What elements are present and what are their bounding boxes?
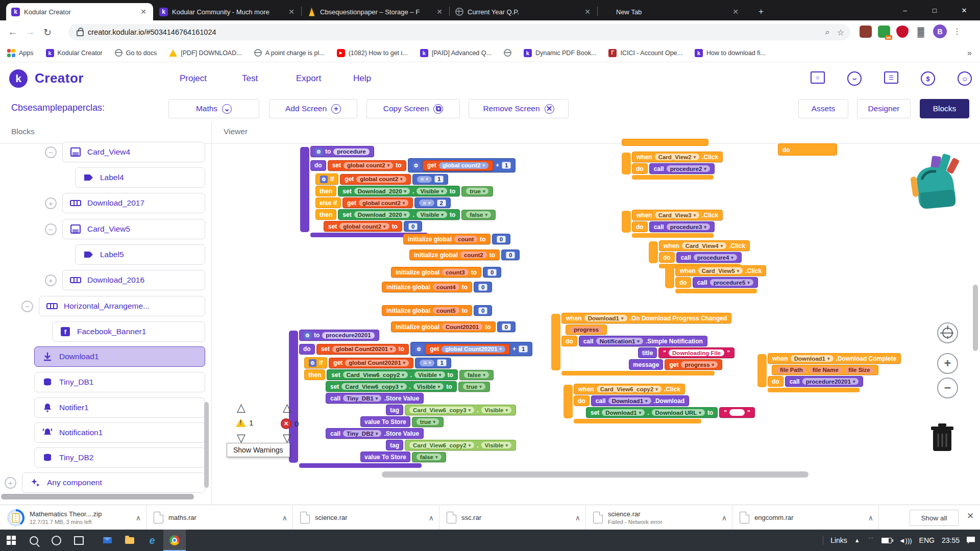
dropdown-field[interactable]: Card_View6_copy2: [409, 442, 474, 448]
feedback-smiley-icon[interactable]: ⌣: [847, 71, 863, 85]
reload-icon[interactable]: ↻: [39, 27, 56, 38]
block-chip-ev[interactable]: whenCard_View5.Click: [675, 265, 766, 276]
mail-app-icon[interactable]: [96, 530, 118, 551]
collapse-icon[interactable]: −: [45, 223, 57, 235]
number-field[interactable]: 0: [497, 236, 506, 243]
tree-vertical-scrollbar[interactable]: [204, 402, 209, 488]
block-chip-vr[interactable]: setglobal count2to: [324, 221, 402, 232]
wifi-icon[interactable]: [867, 538, 874, 543]
tree-item-tiny-db2[interactable]: Tiny_DB2: [34, 447, 205, 468]
dropdown-field[interactable]: Card_View5: [698, 267, 743, 274]
number-field[interactable]: 0: [478, 284, 487, 291]
block-chip-init[interactable]: initialize globalcount5to: [382, 305, 472, 316]
dropdown-field[interactable]: Download URL: [652, 409, 705, 416]
earnings-icon[interactable]: $: [921, 71, 936, 85]
block-chip-ev[interactable]: file Pathfile Namefile Size: [772, 365, 878, 375]
kodular-logo-icon[interactable]: k: [9, 69, 28, 88]
dropdown-field[interactable]: Tiny_DB2: [343, 430, 381, 437]
block-chip-ev[interactable]: whenCard_View4.Click: [659, 240, 750, 251]
viewer-vertical-scrollbar[interactable]: [973, 285, 978, 351]
block-cluster-when-download-complete[interactable]: whenDownload1.Download Completefile Path…: [757, 352, 901, 392]
block-chip-tf[interactable]: true: [412, 417, 444, 427]
extension-on-icon[interactable]: on: [878, 26, 890, 38]
screen-selector-button[interactable]: Maths⌄: [168, 99, 259, 118]
value-field[interactable]: file Name: [809, 367, 842, 373]
block-cluster-procedure20201[interactable]: ⚙toprocedure20201dosetglobal Count20201t…: [289, 329, 532, 468]
cortana-icon[interactable]: [45, 530, 67, 551]
blocks-button[interactable]: Blocks: [920, 99, 969, 118]
download-menu-chevron-icon[interactable]: ∧: [282, 514, 287, 522]
value-field[interactable]: count2: [460, 252, 487, 258]
block-cluster-when-card-view6-copy2-click[interactable]: whenCard_View6_copy2.ClickdocallDownload…: [564, 383, 755, 423]
block-chip-vr[interactable]: getprogress: [665, 359, 722, 370]
block-chip-cg[interactable]: Card_View6_copy3.Visible: [405, 405, 516, 415]
block-chip-vr[interactable]: getglobal count2: [423, 160, 493, 171]
dropdown-field[interactable]: =: [419, 199, 434, 206]
number-field[interactable]: 0: [487, 269, 497, 276]
block-chip-ev[interactable]: whenCard_View6_copy2.Click: [574, 384, 685, 394]
tree-item-label4[interactable]: Label4: [75, 167, 205, 188]
task-view-icon[interactable]: [67, 530, 90, 551]
block-chip-pr[interactable]: callTiny_DB2.Store Value: [326, 428, 424, 439]
forward-icon[interactable]: →: [21, 27, 39, 38]
bookmark-item[interactable]: ▶(1082) How to get i...: [337, 49, 408, 57]
block-chip-cg[interactable]: Card_View6_copy2.Visible: [405, 440, 516, 450]
block-chip-vr[interactable]: setglobal Count20201to: [316, 344, 409, 355]
tree-item-any-component[interactable]: Any component: [22, 472, 205, 493]
block-chip-cs[interactable]: setCard_View6_copy3.Visibleto: [326, 381, 457, 392]
block-partial[interactable]: [622, 139, 708, 146]
block-chip-tf[interactable]: true: [461, 186, 493, 196]
tree-item-card-view4[interactable]: Card_View4: [62, 142, 205, 162]
menu-test[interactable]: Test: [242, 73, 258, 84]
dropdown-field[interactable]: procedure20201: [802, 378, 859, 385]
block-chip-pr[interactable]: callprocedure4: [676, 252, 742, 263]
dropdown-field[interactable]: false: [464, 371, 489, 378]
dropdown-field[interactable]: true: [463, 383, 485, 390]
downloads-close-icon[interactable]: ✕: [967, 511, 974, 521]
browser-tab[interactable]: kKodular Creator✕: [6, 3, 153, 20]
show-all-button[interactable]: Show all: [910, 510, 959, 526]
tree-item-horizontal-arrangeme-[interactable]: Horizontal_Arrangeme...: [39, 296, 205, 316]
block-chip-tx[interactable]: "Downloading File": [658, 347, 734, 358]
block-chip-pr[interactable]: callprocedure20201: [785, 376, 864, 387]
tree-item-tiny-db1[interactable]: Tiny_DB1: [34, 372, 205, 392]
tree-item-notifier1[interactable]: Notifier1: [34, 397, 205, 418]
dropdown-field[interactable]: Card_View6_copy2: [597, 386, 662, 392]
tab-close-icon[interactable]: ✕: [583, 8, 592, 16]
dropdown-field[interactable]: global count2: [439, 162, 488, 169]
block-chip-pr[interactable]: callNotification1.Simple Notification: [579, 336, 707, 346]
download-item[interactable]: science.rarFailed - Network error∧: [586, 505, 732, 530]
tree-item-download1[interactable]: Download1: [34, 346, 205, 367]
block-chip-vr[interactable]: getglobal count2: [340, 174, 410, 185]
back-icon[interactable]: ←: [4, 27, 21, 38]
value-field[interactable]: count3: [442, 269, 469, 276]
volume-icon[interactable]: ◄))): [899, 537, 912, 544]
block-cluster-init-count2[interactable]: initialize globalcount2to0: [409, 248, 520, 261]
block-cluster-procedure[interactable]: ⚙toproceduredosetglobal count2to⚙getglob…: [300, 145, 516, 237]
minimize-button[interactable]: –: [890, 0, 920, 20]
action-center-icon[interactable]: [967, 537, 975, 544]
collapse-icon[interactable]: −: [21, 300, 33, 312]
block-chip-mt[interactable]: 0: [474, 282, 492, 292]
download-menu-chevron-icon[interactable]: ∧: [868, 514, 873, 522]
block-chip-vr[interactable]: getglobal Count20201: [329, 358, 413, 368]
bookmarks-overflow-icon[interactable]: [967, 48, 972, 58]
block-chip-tf[interactable]: false: [412, 452, 446, 462]
block-chip-pr[interactable]: ⚙toprocedure: [310, 146, 374, 157]
dropdown-field[interactable]: global count2: [356, 176, 406, 183]
zoom-icon[interactable]: ⌕: [825, 28, 830, 37]
block-chip-vr[interactable]: getglobal count2: [342, 197, 413, 208]
dropdown-field[interactable]: Visible: [481, 407, 511, 413]
dropdown-field[interactable]: global Count20201: [332, 346, 396, 353]
download-menu-chevron-icon[interactable]: ∧: [429, 514, 434, 522]
battery-icon[interactable]: [881, 538, 892, 543]
error-count-badge[interactable]: ✕0: [281, 418, 299, 429]
dropdown-field[interactable]: =: [417, 176, 432, 183]
expand-icon[interactable]: +: [45, 197, 57, 209]
dropdown-field[interactable]: true: [466, 188, 488, 194]
download-item[interactable]: science.rar∧: [293, 505, 439, 530]
bookmark-item[interactable]: Go to docs: [115, 49, 157, 57]
tab-close-icon[interactable]: ✕: [435, 8, 444, 16]
block-chip-init[interactable]: initialize globalcount2to: [409, 249, 500, 260]
tree-item-label5[interactable]: Label5: [75, 244, 205, 265]
